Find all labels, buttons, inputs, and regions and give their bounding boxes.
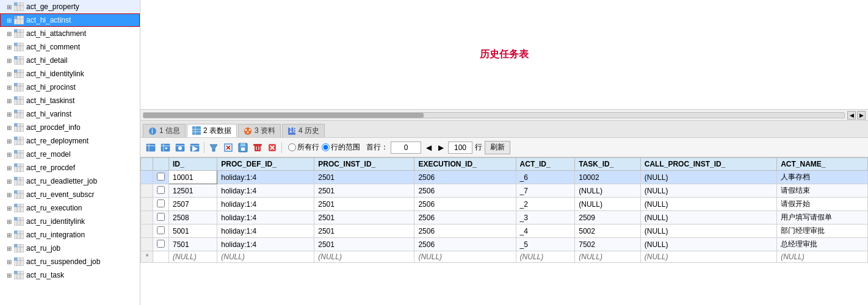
cell-act_id_[interactable]: (NULL) xyxy=(516,251,575,263)
col-CALL_PROC_INST_ID_[interactable]: CALL_PROC_INST_ID_ xyxy=(640,158,776,171)
cell-proc_inst_id_[interactable]: 2501 xyxy=(314,211,414,224)
sidebar-item-act_re_deployment[interactable]: ⊞act_re_deployment xyxy=(0,134,140,148)
toolbar-btn-delete[interactable] xyxy=(251,141,264,154)
col-TASK_ID_[interactable]: TASK_ID_ xyxy=(575,158,641,171)
cell-id_[interactable]: 2508 xyxy=(169,211,217,224)
nav-right[interactable]: ▶ xyxy=(857,111,866,120)
row-check-cell[interactable] xyxy=(153,251,169,263)
toolbar-btn-save[interactable] xyxy=(236,141,250,154)
cell-task_id_[interactable]: (NULL) xyxy=(575,198,641,211)
table-row[interactable]: 2507holiday:1:425012506_2(NULL)(NULL)请假开… xyxy=(141,198,868,211)
cell-act_id_[interactable]: _7 xyxy=(516,184,575,198)
cell-id_[interactable]: 10001 xyxy=(169,171,217,184)
nav-left[interactable]: ◀ xyxy=(847,111,856,120)
sidebar-item-act_ge_property[interactable]: ⊞act_ge_property xyxy=(0,0,140,13)
col-ACT_ID_[interactable]: ACT_ID_ xyxy=(516,158,575,171)
sidebar-item-act_procdef_info[interactable]: ⊞act_procdef_info xyxy=(0,121,140,134)
sidebar-item-act_hi_actinst[interactable]: ⊞act_hi_actinst xyxy=(0,13,140,27)
cell-proc_inst_id_[interactable]: (NULL) xyxy=(314,251,414,263)
sidebar-item-act_ru_task[interactable]: ⊞act_ru_task xyxy=(0,268,140,282)
next-btn[interactable]: ▶ xyxy=(436,141,446,154)
hscroll-thumb[interactable] xyxy=(143,113,424,118)
cell-task_id_[interactable]: 7502 xyxy=(575,238,641,251)
row-checkbox[interactable] xyxy=(157,226,165,234)
cell-call_proc_inst_id_[interactable]: (NULL) xyxy=(640,211,776,224)
cell-id_[interactable]: 12501 xyxy=(169,184,217,198)
cell-proc_def_id_[interactable]: holiday:1:4 xyxy=(217,198,314,211)
sidebar-item-act_ru_execution[interactable]: ⊞act_ru_execution xyxy=(0,201,140,215)
sidebar-item-act_hi_varinst[interactable]: ⊞act_hi_varinst xyxy=(0,107,140,121)
cell-task_id_[interactable]: (NULL) xyxy=(575,251,641,263)
cell-proc_def_id_[interactable]: holiday:1:4 xyxy=(217,224,314,238)
row-check-cell[interactable] xyxy=(153,211,169,224)
first-row-input[interactable] xyxy=(391,142,421,154)
col-EXECUTION_ID_[interactable]: EXECUTION_ID_ xyxy=(414,158,516,171)
col-PROC_INST_ID_[interactable]: PROC_INST_ID_ xyxy=(314,158,414,171)
cell-proc_def_id_[interactable]: holiday:1:4 xyxy=(217,171,314,184)
sidebar-item-act_hi_detail[interactable]: ⊞act_hi_detail xyxy=(0,54,140,67)
table-area[interactable]: ID_ PROC_DEF_ID_ PROC_INST_ID_ EXECUTION… xyxy=(140,157,868,305)
cell-proc_def_id_[interactable]: holiday:1:4 xyxy=(217,238,314,251)
cell-call_proc_inst_id_[interactable]: (NULL) xyxy=(640,238,776,251)
cell-call_proc_inst_id_[interactable]: (NULL) xyxy=(640,171,776,184)
sidebar-item-act_ru_job[interactable]: ⊞act_ru_job xyxy=(0,242,140,255)
toolbar-btn-5[interactable] xyxy=(222,141,235,154)
cell-proc_inst_id_[interactable]: 2501 xyxy=(314,184,414,198)
cell-execution_id_[interactable]: 2506 xyxy=(414,198,516,211)
sidebar-item-act_ru_deadletter_job[interactable]: ⊞act_ru_deadletter_job xyxy=(0,174,140,188)
toolbar-btn-filter[interactable] xyxy=(207,141,220,154)
table-row[interactable]: 5001holiday:1:425012506_45002(NULL)部门经理审… xyxy=(141,224,868,238)
radio-all-label[interactable]: 所有行 xyxy=(288,142,319,152)
row-checkbox[interactable] xyxy=(157,186,165,194)
cell-id_[interactable]: (NULL) xyxy=(169,251,217,263)
cell-act_name_[interactable]: 用户填写请假单 xyxy=(777,211,868,224)
toolbar-btn-2[interactable] xyxy=(159,141,172,154)
row-checkbox[interactable] xyxy=(157,240,165,248)
cell-call_proc_inst_id_[interactable]: (NULL) xyxy=(640,184,776,198)
row-check-cell[interactable] xyxy=(153,171,169,184)
row-checkbox[interactable] xyxy=(157,173,165,181)
col-ACT_NAME_[interactable]: ACT_NAME_ xyxy=(777,158,868,171)
row-checkbox[interactable] xyxy=(157,199,165,207)
row-checkbox[interactable] xyxy=(157,213,165,221)
toolbar-btn-stop[interactable] xyxy=(266,141,279,154)
cell-proc_def_id_[interactable]: (NULL) xyxy=(217,251,314,263)
cell-execution_id_[interactable]: 2506 xyxy=(414,238,516,251)
tab-tabledata[interactable]: 2 表数据 xyxy=(187,124,237,137)
radio-range-label[interactable]: 行的范围 xyxy=(322,142,360,152)
cell-proc_inst_id_[interactable]: 2501 xyxy=(314,238,414,251)
cell-id_[interactable]: 7501 xyxy=(169,238,217,251)
cell-task_id_[interactable]: (NULL) xyxy=(575,184,641,198)
cell-task_id_[interactable]: 5002 xyxy=(575,224,641,238)
cell-act_name_[interactable]: 请假结束 xyxy=(777,184,868,198)
toolbar-btn-refresh1[interactable] xyxy=(144,141,157,154)
sidebar-item-act_re_model[interactable]: ⊞act_re_model xyxy=(0,148,140,161)
cell-act_id_[interactable]: _3 xyxy=(516,211,575,224)
table-row[interactable]: 10001holiday:1:425012506_610002(NULL)人事存… xyxy=(141,171,868,184)
tab-resource[interactable]: 3 资料 xyxy=(238,124,281,137)
cell-id_[interactable]: 5001 xyxy=(169,224,217,238)
cell-execution_id_[interactable]: 2506 xyxy=(414,224,516,238)
table-row[interactable]: *(NULL)(NULL)(NULL)(NULL)(NULL)(NULL)(NU… xyxy=(141,251,868,263)
col-ID_[interactable]: ID_ xyxy=(169,158,217,171)
table-row[interactable]: 12501holiday:1:425012506_7(NULL)(NULL)请假… xyxy=(141,184,868,198)
toolbar-btn-4[interactable]: ▶ xyxy=(188,141,201,154)
sidebar-item-act_hi_comment[interactable]: ⊞act_hi_comment xyxy=(0,40,140,54)
sidebar-item-act_ru_integration[interactable]: ⊞act_ru_integration xyxy=(0,228,140,242)
table-row[interactable]: 7501holiday:1:425012506_57502(NULL)总经理审批 xyxy=(141,238,868,251)
cell-act_name_[interactable]: 请假开始 xyxy=(777,198,868,211)
cell-call_proc_inst_id_[interactable]: (NULL) xyxy=(640,224,776,238)
cell-act_name_[interactable]: 人事存档 xyxy=(777,171,868,184)
cell-task_id_[interactable]: 10002 xyxy=(575,171,641,184)
cell-execution_id_[interactable]: 2506 xyxy=(414,211,516,224)
cell-act_id_[interactable]: _6 xyxy=(516,171,575,184)
sidebar-item-act_ru_event_subscr[interactable]: ⊞act_ru_event_subscr xyxy=(0,188,140,201)
cell-proc_def_id_[interactable]: holiday:1:4 xyxy=(217,211,314,224)
cell-proc_def_id_[interactable]: holiday:1:4 xyxy=(217,184,314,198)
sidebar-item-act_hi_attachment[interactable]: ⊞act_hi_attachment xyxy=(0,27,140,40)
cell-act_id_[interactable]: _4 xyxy=(516,224,575,238)
row-check-cell[interactable] xyxy=(153,238,169,251)
sidebar-item-act_ru_identitylink[interactable]: ⊞act_ru_identitylink xyxy=(0,215,140,228)
cell-act_id_[interactable]: _5 xyxy=(516,238,575,251)
cell-execution_id_[interactable]: 2506 xyxy=(414,171,516,184)
